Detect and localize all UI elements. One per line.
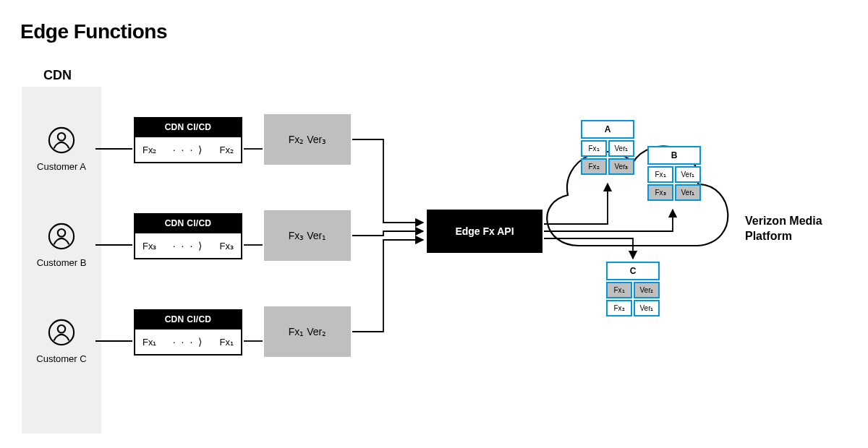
customer-a: Customer A bbox=[29, 126, 94, 172]
cicd-block-a: CDN CI/CD Fx₂ · · · ⟩ Fx₂ bbox=[134, 117, 242, 163]
pod-row: Fx₃ Ver₁ bbox=[647, 184, 701, 201]
pod-cell: Ver₁ bbox=[675, 184, 701, 201]
svg-point-5 bbox=[58, 325, 65, 332]
pod-row: Fx₂ Ver₃ bbox=[581, 158, 634, 175]
pod-row: Fx₁ Ver₁ bbox=[581, 140, 634, 157]
svg-point-1 bbox=[58, 133, 65, 140]
user-icon bbox=[48, 223, 75, 250]
pod-b: B Fx₁ Ver₁ Fx₃ Ver₁ bbox=[647, 146, 701, 202]
pod-cell: Fx₁ bbox=[606, 282, 632, 298]
edge-fx-api: Edge Fx API bbox=[427, 210, 542, 253]
pod-cell: Ver₁ bbox=[634, 300, 660, 316]
customer-label: Customer A bbox=[29, 161, 94, 172]
cicd-header: CDN CI/CD bbox=[134, 213, 242, 233]
pod-cell: Fx₂ bbox=[581, 158, 607, 175]
customer-c: Customer C bbox=[29, 319, 94, 364]
page-title: Edge Functions bbox=[20, 20, 167, 43]
cicd-block-b: CDN CI/CD Fx₃ · · · ⟩ Fx₃ bbox=[134, 213, 242, 259]
pod-cell: Ver₁ bbox=[675, 166, 701, 183]
customer-label: Customer B bbox=[29, 257, 94, 268]
customer-b: Customer B bbox=[29, 223, 94, 268]
user-icon bbox=[48, 319, 75, 346]
pod-row: Fx₁ Ver₂ bbox=[606, 282, 660, 298]
cicd-to: Fx₃ bbox=[220, 241, 234, 251]
artifact-box-c: Fx₁ Ver₂ bbox=[264, 306, 351, 357]
cicd-header: CDN CI/CD bbox=[134, 309, 242, 329]
pod-c: C Fx₁ Ver₂ Fx₂ Ver₁ bbox=[606, 262, 660, 318]
pod-a: A Fx₁ Ver₁ Fx₂ Ver₃ bbox=[581, 120, 634, 176]
pod-cell: Fx₂ bbox=[606, 300, 632, 316]
user-icon bbox=[48, 126, 75, 154]
pod-cell: Ver₂ bbox=[634, 282, 660, 298]
customer-label: Customer C bbox=[29, 353, 94, 364]
pod-cell: Ver₃ bbox=[608, 158, 634, 175]
pod-header: A bbox=[581, 120, 634, 139]
cicd-body: Fx₁ · · · ⟩ Fx₁ bbox=[134, 329, 242, 356]
cicd-to: Fx₂ bbox=[220, 145, 234, 155]
pod-cell: Fx₁ bbox=[581, 140, 607, 157]
artifact-box-b: Fx₃ Ver₁ bbox=[264, 210, 351, 261]
pod-cell: Fx₁ bbox=[647, 166, 673, 183]
pod-header: C bbox=[606, 262, 660, 280]
pod-row: Fx₂ Ver₁ bbox=[606, 300, 660, 316]
pod-row: Fx₁ Ver₁ bbox=[647, 166, 701, 183]
cicd-from: Fx₃ bbox=[142, 241, 156, 251]
artifact-box-a: Fx₂ Ver₃ bbox=[264, 114, 351, 165]
cicd-to: Fx₁ bbox=[220, 337, 234, 348]
cicd-body: Fx₂ · · · ⟩ Fx₂ bbox=[134, 137, 242, 163]
dots-arrow-icon: · · · ⟩ bbox=[170, 240, 206, 251]
cicd-from: Fx₂ bbox=[142, 145, 156, 155]
dots-arrow-icon: · · · ⟩ bbox=[170, 336, 206, 348]
vmp-label: Verizon Media Platform bbox=[745, 214, 846, 244]
pod-header: B bbox=[647, 146, 701, 165]
pod-cell: Fx₃ bbox=[647, 184, 673, 201]
cicd-header: CDN CI/CD bbox=[134, 117, 242, 137]
cicd-body: Fx₃ · · · ⟩ Fx₃ bbox=[134, 233, 242, 259]
svg-point-3 bbox=[58, 229, 65, 236]
pod-cell: Ver₁ bbox=[608, 140, 634, 157]
cicd-from: Fx₁ bbox=[142, 337, 156, 348]
dots-arrow-icon: · · · ⟩ bbox=[170, 144, 206, 155]
cdn-label: CDN bbox=[43, 68, 72, 83]
cloud-icon bbox=[535, 116, 738, 275]
cicd-block-c: CDN CI/CD Fx₁ · · · ⟩ Fx₁ bbox=[134, 309, 242, 356]
